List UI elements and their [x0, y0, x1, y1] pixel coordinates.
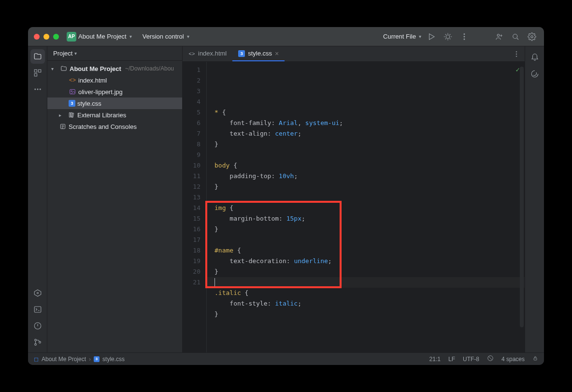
tree-file-html[interactable]: <> index.html: [47, 74, 182, 86]
breadcrumb[interactable]: ◻ About Me Project › 3 style.css: [34, 356, 125, 363]
svg-point-17: [34, 339, 36, 341]
svg-point-11: [37, 89, 38, 90]
line-separator[interactable]: LF: [448, 356, 455, 363]
svg-point-10: [34, 89, 35, 90]
minimize-window-icon[interactable]: [43, 34, 49, 40]
project-panel-header[interactable]: Project ▾: [47, 46, 182, 61]
project-tree: ▾ About Me Project ~/Downloads/Abou <> i…: [47, 61, 182, 134]
chevron-down-icon: ▾: [74, 51, 77, 56]
svg-point-23: [516, 51, 517, 52]
right-tool-strip: [525, 46, 544, 352]
project-panel: Project ▾ ▾ About Me Project ~/Downloads…: [47, 46, 183, 352]
close-tab-icon[interactable]: ×: [275, 50, 279, 57]
project-tool-button[interactable]: [30, 49, 45, 64]
terminal-tool-button[interactable]: [30, 302, 45, 317]
maximize-window-icon[interactable]: [53, 34, 59, 40]
scratches-icon: [59, 123, 67, 130]
svg-rect-8: [38, 70, 41, 72]
svg-point-5: [513, 34, 517, 38]
svg-point-1: [464, 33, 465, 34]
svg-point-4: [497, 34, 500, 36]
html-file-icon: <>: [188, 50, 195, 57]
tree-root-path: ~/Downloads/Abou: [125, 65, 174, 72]
editor-scrollbar[interactable]: [520, 67, 524, 327]
tree-scratches[interactable]: Scratches and Consoles: [47, 121, 182, 132]
code-content[interactable]: * { font-family: Arial, system-ui; text-…: [207, 62, 525, 352]
status-bar: ◻ About Me Project › 3 style.css 21:1 LF…: [28, 352, 544, 365]
project-name-label: About Me Project: [78, 33, 127, 40]
ai-assistant-icon[interactable]: [529, 68, 541, 80]
readonly-lock-icon[interactable]: [532, 355, 538, 363]
tab-label: index.html: [198, 50, 227, 57]
svg-point-12: [40, 89, 41, 90]
chevron-right-icon: ▸: [59, 112, 66, 118]
cursor-position[interactable]: 21:1: [429, 356, 441, 363]
svg-rect-27: [534, 358, 537, 361]
vcs-tool-button[interactable]: [30, 335, 45, 350]
code-editor[interactable]: 123456789101112131415161718192021 * { fo…: [183, 62, 525, 352]
vcs-selector[interactable]: Version control ▾: [143, 33, 189, 40]
more-actions-icon[interactable]: [458, 30, 471, 43]
chevron-down-icon: ▾: [51, 66, 58, 71]
run-config-label: Current File: [383, 33, 416, 40]
svg-point-3: [464, 39, 465, 40]
current-line-highlight: [207, 277, 525, 288]
indent-setting[interactable]: 4 spaces: [501, 356, 525, 363]
folder-icon: [60, 65, 68, 72]
file-encoding[interactable]: UTF-8: [463, 356, 479, 363]
problems-tool-button[interactable]: [30, 319, 45, 333]
svg-rect-9: [34, 74, 37, 76]
run-button[interactable]: [425, 30, 438, 43]
svg-rect-7: [34, 70, 37, 72]
code-with-me-icon[interactable]: [493, 30, 505, 43]
chevron-right-icon: ›: [89, 356, 91, 363]
css-file-icon: 3: [69, 100, 75, 107]
text-cursor: [214, 278, 215, 287]
main-body: Project ▾ ▾ About Me Project ~/Downloads…: [28, 46, 544, 352]
notifications-icon[interactable]: [529, 50, 541, 63]
services-tool-button[interactable]: [30, 286, 45, 300]
search-icon[interactable]: [509, 30, 522, 43]
inspection-ok-icon[interactable]: ✓: [516, 66, 520, 73]
tree-file-image[interactable]: oliver-lippert.jpg: [47, 86, 182, 98]
svg-rect-15: [34, 307, 41, 312]
tree-file-label: index.html: [78, 77, 107, 84]
editor-area: <> index.html 3 style.css × 123456789101…: [183, 46, 525, 352]
image-file-icon: [69, 88, 76, 96]
debug-button[interactable]: [442, 30, 454, 43]
tab-more-actions-icon[interactable]: [508, 46, 525, 61]
settings-icon[interactable]: [526, 30, 538, 43]
more-tools-icon[interactable]: [30, 82, 45, 97]
css-file-icon: 3: [94, 356, 100, 362]
tab-label: style.css: [248, 50, 272, 57]
project-selector[interactable]: AP About Me Project ▾: [67, 32, 132, 42]
close-window-icon[interactable]: [34, 34, 40, 40]
svg-point-2: [464, 36, 465, 37]
structure-tool-button[interactable]: [30, 66, 45, 80]
svg-point-14: [37, 293, 38, 294]
svg-point-25: [516, 56, 517, 56]
tree-external-libraries[interactable]: ▸ External Libraries: [47, 109, 182, 121]
editor-tabbar: <> index.html 3 style.css ×: [183, 46, 525, 62]
css-file-icon: 3: [238, 50, 245, 57]
tree-file-label: oliver-lippert.jpg: [78, 88, 123, 96]
svg-point-0: [446, 35, 450, 39]
svg-marker-13: [34, 290, 41, 296]
run-config-selector[interactable]: Current File ▾: [383, 33, 421, 40]
breadcrumb-file: style.css: [102, 356, 125, 363]
breadcrumb-square-icon: ◻: [34, 356, 39, 363]
tree-file-css[interactable]: 3 style.css: [47, 98, 182, 109]
vcs-label: Version control: [143, 33, 184, 40]
svg-point-19: [39, 341, 41, 343]
svg-point-21: [71, 91, 72, 92]
tree-file-label: style.css: [77, 100, 101, 107]
chevron-down-icon: ▾: [187, 34, 189, 39]
tree-root-label: About Me Project: [70, 65, 121, 72]
html-file-icon: <>: [69, 76, 76, 84]
window-controls: [34, 34, 59, 40]
inspection-indicator-icon[interactable]: [487, 355, 494, 363]
project-badge-icon: AP: [67, 32, 76, 42]
tab-style-css[interactable]: 3 style.css ×: [232, 46, 285, 61]
tree-root[interactable]: ▾ About Me Project ~/Downloads/Abou: [47, 63, 182, 74]
tab-index-html[interactable]: <> index.html: [183, 46, 232, 61]
